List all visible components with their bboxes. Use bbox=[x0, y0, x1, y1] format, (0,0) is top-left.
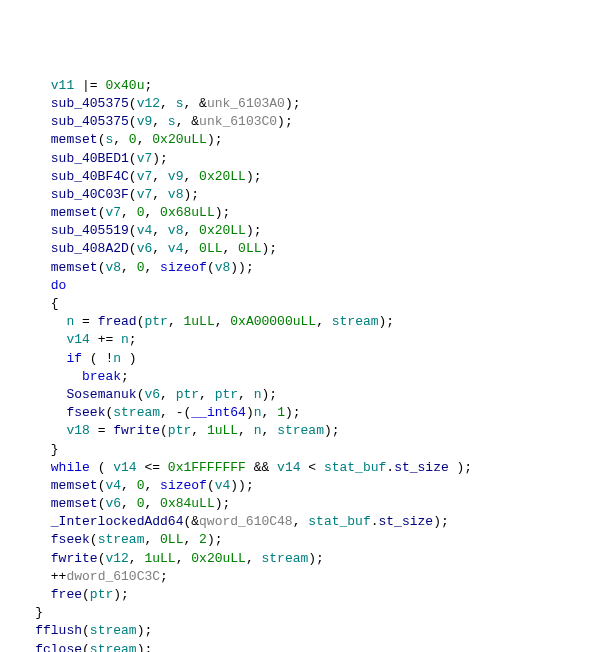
token-param: stream bbox=[90, 642, 137, 652]
token-param: stream bbox=[332, 314, 379, 329]
token-punct: ( bbox=[160, 423, 168, 438]
token-punct: ( bbox=[90, 532, 98, 547]
token-punct: ( bbox=[90, 460, 113, 475]
token-num: 0x20LL bbox=[199, 169, 246, 184]
code-line: fwrite(v12, 1uLL, 0x20uLL, stream); bbox=[4, 550, 611, 568]
token-param: n bbox=[254, 423, 262, 438]
token-num: 0x84uLL bbox=[160, 496, 215, 511]
token-punct: , bbox=[262, 405, 278, 420]
token-punct: , bbox=[152, 187, 168, 202]
token-punct: } bbox=[35, 605, 43, 620]
token-punct: ); bbox=[433, 514, 449, 529]
token-var: dword_610C3C bbox=[66, 569, 160, 584]
token-punct: ); bbox=[152, 151, 168, 166]
token-punct: += bbox=[90, 332, 121, 347]
token-func: sub_408A2D bbox=[51, 241, 129, 256]
token-punct: = bbox=[90, 423, 113, 438]
token-param: v8 bbox=[168, 187, 184, 202]
token-punct: ; bbox=[160, 569, 168, 584]
token-punct: , bbox=[160, 96, 176, 111]
code-line: free(ptr); bbox=[4, 586, 611, 604]
token-punct: ); bbox=[137, 623, 153, 638]
code-line: } bbox=[4, 441, 611, 459]
token-param: v18 bbox=[66, 423, 89, 438]
token-param: v12 bbox=[105, 551, 128, 566]
token-field: st_size bbox=[394, 460, 449, 475]
token-punct: ); bbox=[262, 241, 278, 256]
token-punct: ( bbox=[82, 642, 90, 652]
token-punct: ); bbox=[308, 551, 324, 566]
token-kw: if bbox=[66, 351, 82, 366]
token-func: sub_40BF4C bbox=[51, 169, 129, 184]
code-line: sub_405375(v9, s, &unk_6103C0); bbox=[4, 113, 611, 131]
token-param: ptr bbox=[144, 314, 167, 329]
token-punct: = bbox=[74, 314, 97, 329]
token-punct: , bbox=[152, 241, 168, 256]
token-num: 0x68uLL bbox=[160, 205, 215, 220]
token-punct: ); bbox=[246, 169, 262, 184]
token-field: st_size bbox=[379, 514, 434, 529]
token-punct: ); bbox=[379, 314, 395, 329]
token-func: memset bbox=[51, 496, 98, 511]
code-line: { bbox=[4, 295, 611, 313]
token-param: v6 bbox=[105, 496, 121, 511]
code-line: sub_40BED1(v7); bbox=[4, 150, 611, 168]
token-param: stream bbox=[90, 623, 137, 638]
token-num: 0x20uLL bbox=[152, 132, 207, 147]
token-punct: )); bbox=[230, 260, 253, 275]
token-func: fclose bbox=[35, 642, 82, 652]
token-punct: , bbox=[238, 387, 254, 402]
token-param: v8 bbox=[105, 260, 121, 275]
token-punct: , bbox=[183, 223, 199, 238]
token-func: fseek bbox=[51, 532, 90, 547]
token-param: v4 bbox=[105, 478, 121, 493]
code-line: sub_405519(v4, v8, 0x20LL); bbox=[4, 222, 611, 240]
token-param: v14 bbox=[113, 460, 136, 475]
code-line: memset(v6, 0, 0x84uLL); bbox=[4, 495, 611, 513]
token-num: 0xA00000uLL bbox=[230, 314, 316, 329]
token-num: 0x20uLL bbox=[191, 551, 246, 566]
token-param: v7 bbox=[137, 151, 153, 166]
token-func: Sosemanuk bbox=[66, 387, 136, 402]
code-line: n = fread(ptr, 1uLL, 0xA00000uLL, stream… bbox=[4, 313, 611, 331]
token-punct: ); bbox=[215, 205, 231, 220]
token-param: v4 bbox=[215, 478, 231, 493]
token-param: ptr bbox=[176, 387, 199, 402]
token-param: stat_buf bbox=[324, 460, 386, 475]
token-punct: , bbox=[168, 314, 184, 329]
token-kw: while bbox=[51, 460, 90, 475]
code-line: sub_40C03F(v7, v8); bbox=[4, 186, 611, 204]
token-func: free bbox=[51, 587, 82, 602]
token-punct: ( bbox=[129, 169, 137, 184]
token-punct: , bbox=[121, 205, 137, 220]
token-func: fseek bbox=[66, 405, 105, 420]
token-punct: , & bbox=[176, 114, 199, 129]
token-param: v6 bbox=[137, 241, 153, 256]
code-line: v11 |= 0x40u; bbox=[4, 77, 611, 95]
token-num: 1uLL bbox=[207, 423, 238, 438]
code-line: memset(v8, 0, sizeof(v8)); bbox=[4, 259, 611, 277]
token-punct: , bbox=[121, 478, 137, 493]
token-punct: } bbox=[51, 442, 59, 457]
token-param: ptr bbox=[90, 587, 113, 602]
token-punct: , bbox=[160, 387, 176, 402]
token-punct: , bbox=[152, 114, 168, 129]
token-punct: , bbox=[121, 260, 137, 275]
token-punct: , bbox=[191, 423, 207, 438]
token-num: 0LL bbox=[199, 241, 222, 256]
token-param: v4 bbox=[168, 241, 184, 256]
token-punct: ); bbox=[207, 532, 223, 547]
token-param: v6 bbox=[144, 387, 160, 402]
token-punct: ( bbox=[129, 114, 137, 129]
token-punct: ); bbox=[324, 423, 340, 438]
token-param: n bbox=[121, 332, 129, 347]
token-func: memset bbox=[51, 478, 98, 493]
token-punct: && bbox=[246, 460, 277, 475]
token-punct: . bbox=[386, 460, 394, 475]
token-num: 0 bbox=[129, 132, 137, 147]
code-line: memset(v7, 0, 0x68uLL); bbox=[4, 204, 611, 222]
token-kw: do bbox=[51, 278, 67, 293]
token-func: memset bbox=[51, 132, 98, 147]
token-punct: , -( bbox=[160, 405, 191, 420]
token-punct: ); bbox=[137, 642, 153, 652]
